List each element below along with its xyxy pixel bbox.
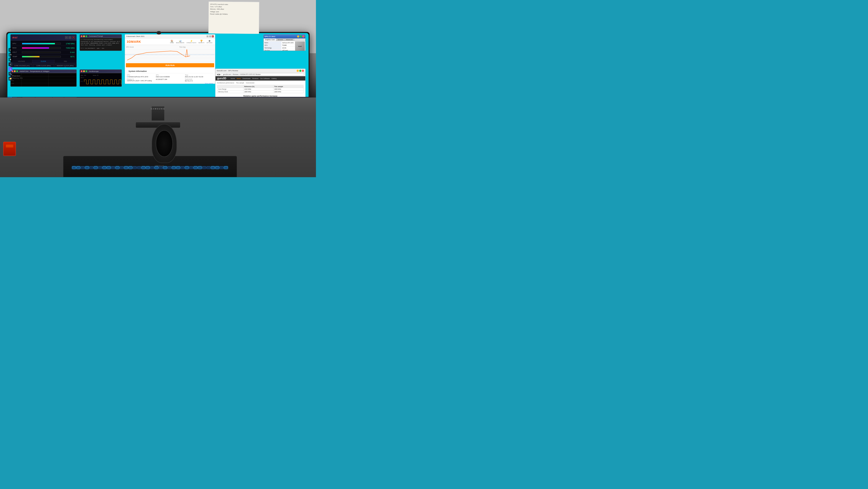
speaker <box>152 124 177 163</box>
key[interactable] <box>159 166 163 169</box>
guru-forward-btn[interactable]: ▶ <box>219 73 221 76</box>
tdm-gpu-value-row: ● NVIDIA GeForce RTX 2070 <box>127 76 155 78</box>
desktop-icon-game2[interactable]: 🖥 <box>8 58 12 61</box>
key[interactable] <box>185 166 189 169</box>
msi-close-btn[interactable]: ✕ <box>72 36 75 39</box>
gpuz-min-btn[interactable] <box>297 35 299 37</box>
key[interactable] <box>98 166 102 169</box>
key[interactable] <box>111 166 115 169</box>
guru-nav-home[interactable]: Home <box>231 78 235 80</box>
tdm-nav-results[interactable]: 🏆 RESULTS <box>197 39 205 44</box>
guru-nav-downloads[interactable]: Downloads <box>242 78 250 80</box>
key[interactable] <box>81 166 85 169</box>
tdm-run-btn[interactable]: RUN RUN <box>126 63 214 67</box>
key[interactable] <box>94 166 98 169</box>
tdm-more-details-link[interactable]: More details <box>127 83 213 84</box>
key[interactable] <box>220 166 223 169</box>
key[interactable] <box>198 166 202 169</box>
osc-close-btn[interactable] <box>81 70 83 72</box>
desktop-icon-discord[interactable]: D <box>8 67 12 71</box>
key[interactable] <box>167 166 172 169</box>
key[interactable] <box>116 166 119 169</box>
guru-nav-reviews[interactable]: Reviews <box>252 78 258 80</box>
key[interactable] <box>215 166 219 169</box>
key[interactable] <box>142 166 145 169</box>
tdm-nav-stress[interactable]: ⚡ STRESS TESTS <box>186 39 197 44</box>
key[interactable] <box>181 166 184 169</box>
key[interactable] <box>128 166 132 169</box>
cmd-max-btn[interactable] <box>86 35 87 37</box>
key[interactable] <box>146 166 150 169</box>
guru-nav-software[interactable]: Our Software <box>260 78 270 80</box>
msi-tabs: VOLTAGE CLOCK FAN <box>11 60 76 63</box>
guru-close-btn[interactable] <box>302 70 304 72</box>
cmd-close-btn[interactable] <box>81 35 83 37</box>
tdm-close-btn[interactable]: ✕ <box>212 35 214 37</box>
hwinfo-max-btn[interactable] <box>16 70 18 72</box>
guru-sub-link-1[interactable]: Architecture performance <box>217 82 235 84</box>
key[interactable] <box>107 166 111 169</box>
msi-minimize-btn[interactable]: ─ <box>65 36 68 39</box>
gpuz-max-btn[interactable] <box>300 35 302 37</box>
guru-sub-link-3[interactable]: Overclocked <box>246 82 254 84</box>
guru-mem-clock-ref: 1800 MHz <box>244 90 273 93</box>
key[interactable] <box>189 166 193 169</box>
osc-max-btn[interactable] <box>86 70 87 72</box>
tdm-nav-home[interactable]: 🏠 HOME <box>169 39 175 44</box>
guru-max-btn[interactable] <box>299 70 302 72</box>
key[interactable] <box>137 166 141 169</box>
tdm-min-btn[interactable]: ─ <box>207 35 209 37</box>
cmd-min-btn[interactable] <box>83 35 85 37</box>
tdm-max-btn[interactable]: □ <box>209 35 211 37</box>
msi-maximize-btn[interactable]: □ <box>69 36 71 39</box>
key[interactable] <box>102 166 106 169</box>
gpuz-tab-graphics[interactable]: Graphics Card <box>264 38 276 41</box>
key[interactable] <box>163 166 167 169</box>
msi-tab-voltage[interactable]: VOLTAGE <box>11 60 33 63</box>
key[interactable] <box>150 166 154 169</box>
key[interactable] <box>72 166 76 169</box>
guru-nav-gallery[interactable]: Gallery <box>272 78 277 80</box>
osc-content: Mhz: 150 Div: 1 Noise: 70 0 V 360 mHz <box>80 73 122 86</box>
key[interactable] <box>176 166 180 169</box>
msi-tab-fan[interactable]: FAN <box>55 60 76 63</box>
key[interactable] <box>193 166 197 169</box>
guru-back-btn[interactable]: ◀ <box>217 73 219 76</box>
key[interactable] <box>85 166 89 169</box>
keyboard[interactable] <box>63 156 237 177</box>
guru-sub-link-2[interactable]: This sample <box>236 82 244 84</box>
key[interactable] <box>133 166 137 169</box>
guru-address-input[interactable]: guru3d.com > Reviews > NVIDIA RTX 2070 O… <box>222 73 304 76</box>
tdm-gpu-indicator: ● <box>127 76 128 78</box>
key[interactable] <box>211 166 215 169</box>
key[interactable] <box>89 166 93 169</box>
guru-nav-news[interactable]: News <box>237 78 241 80</box>
desktop-icon-tool[interactable]: 🔧 <box>8 72 12 76</box>
desktop-icon-epic[interactable]: E <box>8 48 12 52</box>
tdm-nav-options[interactable]: ⚙ OPTIONS <box>206 39 213 44</box>
key[interactable] <box>124 166 128 169</box>
hwinfo-min-btn[interactable] <box>14 70 16 72</box>
svg-text:GPU Score: GPU Score <box>126 46 134 48</box>
key[interactable] <box>76 166 80 169</box>
guru-min-btn[interactable] <box>297 70 299 72</box>
tdm-gpu-label: GPU <box>127 74 155 76</box>
msi-header: msi ─ □ ✕ <box>11 34 76 40</box>
key[interactable] <box>172 166 176 169</box>
tdm-nav-benchmark[interactable]: 📊 BENCHMARK <box>175 39 185 44</box>
desktop-icon-game1[interactable]: 🎮 <box>8 53 12 57</box>
key[interactable] <box>207 166 211 169</box>
msi-gpu-row: GPU 1740 MHz <box>11 41 75 46</box>
gpuz-tab-sensors[interactable]: Sensors <box>276 38 285 41</box>
msi-tab-clock[interactable]: CLOCK <box>33 60 55 63</box>
svg-text:Mhz: 150: Mhz: 150 <box>81 75 86 76</box>
desktop-icon-steam[interactable]: S <box>8 62 12 66</box>
key[interactable] <box>155 166 158 169</box>
key[interactable] <box>224 166 228 169</box>
gpuz-close-btn[interactable] <box>302 35 305 37</box>
key[interactable] <box>120 166 124 169</box>
osc-min-btn[interactable] <box>83 70 85 72</box>
gpuz-tab-advanced[interactable]: Advanced <box>285 38 294 41</box>
key[interactable] <box>202 166 206 169</box>
desktop-icon-folder[interactable]: 📁 <box>8 77 12 81</box>
